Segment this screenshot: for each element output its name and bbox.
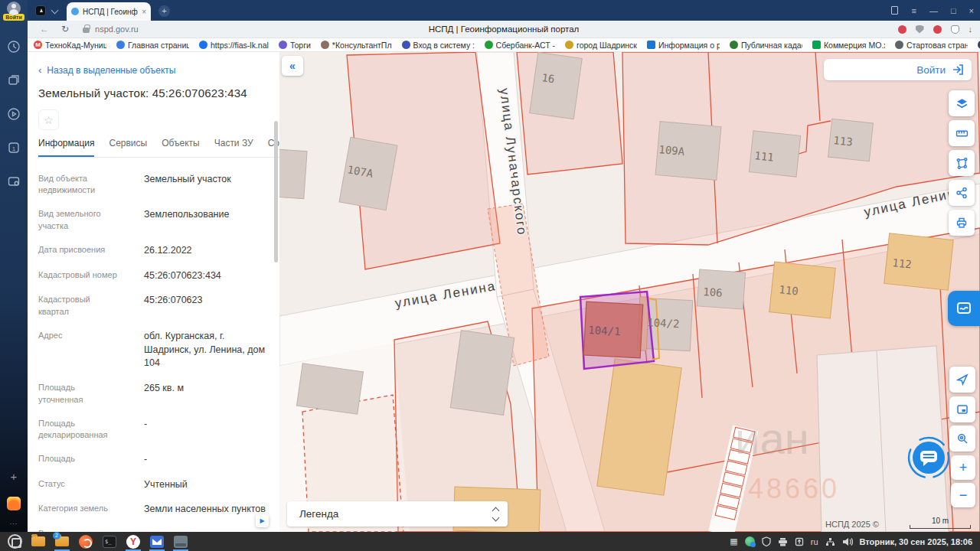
chat-button[interactable] <box>906 435 951 480</box>
bookmark-item[interactable]: https://fias-lk.nal <box>199 41 269 50</box>
bookmark-favicon <box>895 41 903 49</box>
tab-services[interactable]: Сервисы <box>109 138 147 157</box>
print-button[interactable] <box>949 210 975 236</box>
bookmark-item[interactable]: MТехноКад-Муниц <box>34 41 106 50</box>
tray-sync-icon[interactable] <box>745 536 755 546</box>
active-tab[interactable]: НСПД | Геоинформаци × <box>67 2 151 21</box>
field-row: Вид объекта недвижимостиЗемельный участо… <box>38 167 267 203</box>
network-icon[interactable] <box>825 537 835 546</box>
zoom-in-button[interactable]: + <box>951 455 975 480</box>
downloads-icon[interactable]: ↓ <box>969 24 973 34</box>
svg-text:111: 111 <box>754 149 775 164</box>
extension-icon[interactable] <box>951 25 959 34</box>
tab-counter-icon[interactable]: 1 <box>6 140 21 155</box>
select-area-button[interactable] <box>949 150 975 176</box>
map-canvas[interactable]: иан 48660 улица Луначарского улица Ленин… <box>279 52 980 532</box>
close-button[interactable]: × <box>969 6 974 15</box>
drawing-flyout-tab[interactable] <box>948 291 980 326</box>
locate-button[interactable] <box>949 367 975 393</box>
yandex-browser-button[interactable]: Y <box>123 532 143 551</box>
profile-avatar[interactable] <box>7 2 21 15</box>
sidebar-more-icon[interactable]: ... <box>10 518 18 526</box>
volume-icon[interactable] <box>842 537 853 546</box>
files-button[interactable] <box>28 532 48 551</box>
scrollbar-thumb[interactable] <box>274 121 278 262</box>
tabs-scroll-right-button[interactable]: ▶ <box>256 514 269 527</box>
bookmark-item[interactable]: Главная страниц <box>116 41 189 50</box>
video-icon[interactable] <box>6 106 21 122</box>
extension-icon[interactable] <box>933 25 942 34</box>
overview-button[interactable] <box>949 396 975 422</box>
panel-collapse-button[interactable]: « <box>282 56 303 76</box>
terminal-button[interactable]: $_ <box>100 532 119 551</box>
bookmark-item[interactable]: *КонсультантПл <box>321 41 392 50</box>
folder-icon <box>31 536 45 546</box>
tray-grid-icon[interactable]: ▦ <box>730 536 737 546</box>
system-tray: ▦ ru Вторник, 30 сен 2025, 18:06 <box>730 536 975 546</box>
chat-bubble-icon <box>906 435 951 480</box>
search-coordinates-button[interactable] <box>949 425 975 452</box>
menu-icon[interactable]: ≡ <box>911 6 916 15</box>
field-row: Дата присвоения26.12.2022 <box>38 239 267 264</box>
bookmark-item[interactable]: Торги <box>279 41 311 50</box>
mail-button[interactable] <box>147 532 167 551</box>
tray-update-icon[interactable] <box>795 537 804 546</box>
object-info-panel: ‹ Назад в выделенные объекты Земельный у… <box>28 52 279 532</box>
scale-bar: 10 m <box>910 517 971 529</box>
back-link[interactable]: ‹ Назад в выделенные объекты <box>38 64 279 76</box>
bookmark-item[interactable]: город Шадринск <box>565 41 637 50</box>
tab-list-chevron-icon[interactable] <box>51 7 59 15</box>
screen: НСПД | Геоинформаци × + ≡ — □ × ← ↻ nspd… <box>0 0 980 551</box>
measure-button[interactable] <box>949 120 975 146</box>
map-signin-button[interactable]: Войти <box>824 59 972 80</box>
bookmark-item[interactable]: Информация о р <box>647 41 720 50</box>
zoom-out-button[interactable]: − <box>951 483 975 507</box>
history-icon[interactable] <box>6 39 21 54</box>
field-row: Площадь декларированная- <box>38 412 267 448</box>
bookmark-item[interactable]: Стартовая стран <box>895 41 968 50</box>
layers-button[interactable] <box>949 90 975 116</box>
window-app-button[interactable] <box>171 532 191 551</box>
print-icon <box>956 217 968 229</box>
location-arrow-icon <box>956 373 969 386</box>
screenshot-icon[interactable] <box>6 174 21 189</box>
tab-parts[interactable]: Части ЗУ <box>214 138 253 157</box>
legend-dropdown[interactable]: Легенда <box>287 501 508 527</box>
tabs-icon[interactable] <box>6 73 21 88</box>
shield-extension-icon[interactable] <box>916 25 924 34</box>
maximize-button[interactable]: □ <box>951 6 956 15</box>
favorite-star-button[interactable]: ☆ <box>38 109 59 130</box>
bookmark-item[interactable]: Коммерция МО.х <box>812 41 885 50</box>
tab-close-icon[interactable]: × <box>142 8 146 16</box>
app-button[interactable] <box>76 532 96 551</box>
bookmark-item[interactable]: Сбербанк-АСТ - <box>485 41 556 50</box>
field-row: Категория земельЗемли населенных пунктов <box>38 497 267 523</box>
field-row: Площадь уточненная265 кв. м <box>38 376 267 412</box>
bookmark-item[interactable]: Публичная кадас <box>730 41 802 50</box>
tab-information[interactable]: Информация <box>38 138 94 157</box>
field-list: Вид объекта недвижимостиЗемельный участо… <box>28 158 279 532</box>
browser-app-icon[interactable] <box>35 5 46 16</box>
taskbar-clock[interactable]: Вторник, 30 сен 2025, 18:06 <box>860 537 972 546</box>
bookmark-item[interactable]: Вход в систему :: <box>402 41 475 50</box>
share-button[interactable] <box>949 180 975 206</box>
panel-scrollbar[interactable] <box>274 64 278 523</box>
alice-app-icon[interactable] <box>7 497 21 510</box>
sidebar-add-icon[interactable]: + <box>11 470 18 483</box>
tray-printer-icon[interactable] <box>778 537 788 546</box>
new-tab-button[interactable]: + <box>158 5 170 17</box>
extension-icon[interactable] <box>898 25 906 34</box>
language-indicator[interactable]: ru <box>811 537 818 546</box>
tab-favicon <box>71 8 79 15</box>
bookmark-favicon <box>279 41 287 49</box>
start-menu-button[interactable] <box>5 532 24 551</box>
bookmark-favicon <box>199 41 207 49</box>
files-window-button[interactable]: 2 <box>52 532 72 551</box>
tray-shield-icon[interactable] <box>762 536 771 546</box>
tab-objects[interactable]: Объекты <box>162 138 200 157</box>
login-icon <box>952 64 964 76</box>
bookmarks-panel-icon[interactable] <box>891 6 898 15</box>
address-bar: ← ↻ nspd.gov.ru НСПД | Геоинформационный… <box>28 21 980 38</box>
minimize-button[interactable]: — <box>929 6 938 15</box>
svg-text:110: 110 <box>779 283 799 298</box>
